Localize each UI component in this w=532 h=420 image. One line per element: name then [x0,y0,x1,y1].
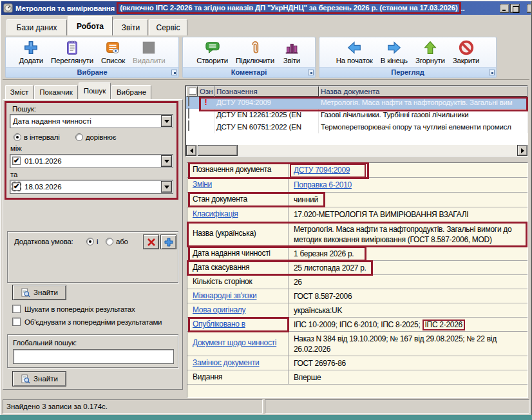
detail-label: Дата скасування [187,261,289,274]
dialog-launcher-icon[interactable] [489,70,495,75]
maximize-button[interactable] [510,4,520,13]
detail-label-link[interactable]: Документ щодо чинності [193,338,276,347]
close-button[interactable] [527,4,531,13]
search-previous-checkbox[interactable] [12,305,21,313]
radio-and[interactable] [86,238,94,245]
close-view-button[interactable]: Закрити [450,38,482,64]
result-row-2[interactable]: ДСТУ EN 12261:2025 (EN Газові лічильники… [186,109,527,121]
create-comment-button[interactable]: Створити [193,38,231,64]
minimize-button[interactable] [500,4,509,13]
detail-label-link[interactable]: Класифікація [193,209,238,218]
reports-button[interactable]: Звіти [279,38,305,64]
chevron-down-icon[interactable] [161,181,172,193]
menu-tab-databases[interactable]: Бази даних [6,19,67,35]
cell-title: Термоперетворювачі опору та чутливі елем… [319,121,527,133]
find-button[interactable]: Знайти [12,285,66,300]
global-search-input[interactable] [14,350,173,363]
button-label: Звіти [283,57,300,64]
sidebar-tab-favorites[interactable]: Вибране [111,85,151,99]
group-caption-label: Перегляд [391,68,424,76]
detail-label-link[interactable]: Замінює документи [193,358,260,367]
attach-comment-button[interactable]: Підключити [233,38,278,64]
window-title-suffix: .. [461,5,465,12]
chevron-down-icon[interactable] [161,155,172,167]
detail-value-link[interactable]: Поправка 6-2010 [294,180,352,189]
remove-condition-button[interactable] [143,234,159,249]
radio-equals[interactable] [75,133,83,141]
search-criteria-combobox[interactable]: Дата надання чинності [10,114,173,128]
column-label: Озн [200,88,213,95]
date-to-combobox[interactable]: 18.03.2026 [10,180,173,194]
button-label: На початок [336,57,373,64]
results-header: Озн Позначення Назва документа [186,86,527,97]
result-row-1[interactable]: ! ДСТУ 7094:2009 Метрологія. Маса нафти … [186,97,527,109]
radio-interval-label: в інтервалі [24,133,60,141]
column-header-title[interactable]: Назва документа [319,86,527,97]
menu-tab-reports[interactable]: Звіти [113,19,148,35]
select-all-box[interactable] [189,88,196,95]
column-header-designation[interactable]: Позначення [214,86,319,97]
ban-icon [457,39,476,57]
horizontal-scrollbar[interactable] [186,145,527,156]
detail-label-link[interactable]: Опубліковано в [193,320,245,329]
tab-label: Зміст [10,88,28,96]
collapse-button[interactable]: Згорнути [412,38,448,64]
result-row-3[interactable]: ДСТУ EN 60751:2022 (EN Термоперетворювач… [186,121,527,133]
window-title-highlight: (включно ІПС 2-2026 та згідно наказів ДП… [117,2,461,14]
select-all-header[interactable] [186,86,198,97]
add-condition-button[interactable] [160,234,176,249]
row-checkbox[interactable] [188,108,189,119]
detail-label: Позначення документа [187,163,289,177]
paperclip-icon [245,39,265,57]
column-header-mark[interactable]: Озн [198,86,214,97]
bottom-strip [0,415,532,420]
scroll-right-button[interactable] [517,145,527,156]
menu-tab-strip: Бази даних Робота Звіти Сервіс [3,16,529,35]
sidebar-tab-contents[interactable]: Зміст [5,85,33,99]
sidebar-tab-index[interactable]: Покажчик [34,85,78,99]
radio-interval[interactable] [14,133,21,141]
row-checkbox[interactable] [188,120,189,131]
detail-value: 1 березня 2026 р. [289,247,527,260]
add-button[interactable]: Додати [16,38,46,64]
detail-value: ГОСТ 26976-86 [289,356,527,370]
menu-tab-label: Бази даних [17,23,57,32]
date-from-combobox[interactable]: 01.01.2026 [10,154,173,168]
panel-splitter[interactable] [185,157,529,162]
global-search-input-wrap [13,349,174,364]
menu-tab-service[interactable]: Сервіс [149,19,187,35]
dialog-launcher-icon[interactable] [308,70,314,75]
detail-value-link[interactable]: ДСТУ 7094:2009 [294,166,350,175]
merge-previous-checkbox[interactable] [12,318,21,326]
detail-label-link[interactable]: Мова оригіналу [193,305,245,314]
radio-or[interactable] [106,238,113,245]
find-button-label: Знайти [33,375,58,383]
button-label: Список [101,57,125,64]
date-to-checkbox[interactable] [12,182,21,191]
row-checkbox[interactable] [188,96,189,106]
global-find-button[interactable]: Знайти [12,371,66,387]
detail-label-link[interactable]: Зміни [193,180,212,189]
arrow-up-icon [421,39,440,57]
detail-label: Видання [187,370,289,384]
menu-tab-work[interactable]: Робота [68,16,113,35]
chevron-down-icon[interactable] [161,115,172,127]
date-from-checkbox[interactable] [12,157,21,165]
delete-button[interactable]: Видалити [129,38,168,64]
status-secondary [265,399,529,414]
detail-value-highlighted: ІПС 2-2026 [423,320,465,330]
ribbon-group-caption: Перегляд [319,67,496,77]
find-button-label: Знайти [33,289,58,296]
button-label: Підключити [236,57,274,64]
go-first-button[interactable]: На початок [333,38,376,64]
sidebar-tab-search[interactable]: Пошук [79,82,111,99]
scrollbar-thumb[interactable] [198,145,238,156]
scroll-left-button[interactable] [186,145,196,156]
dialog-launcher-icon[interactable] [171,70,177,75]
detail-label: Назва (українська) [187,222,289,246]
date-to-value: 18.03.2026 [10,180,173,193]
detail-label-link[interactable]: Міжнародні зв'язки [193,291,256,300]
view-button[interactable]: Переглянути [48,38,97,64]
go-last-button[interactable]: В кінець [377,38,411,64]
list-button[interactable]: Список [98,38,128,64]
